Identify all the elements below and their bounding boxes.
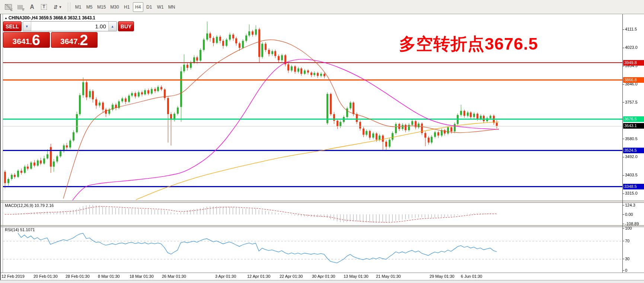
macd-indicator-label: MACD(12,26,9) 10.79 2.16	[5, 203, 54, 208]
macd-axis-label: 0.00	[625, 212, 633, 217]
collapse-icon[interactable]: ▲	[4, 16, 7, 20]
sell-button[interactable]: SELL	[3, 21, 22, 31]
plot-left-border	[3, 14, 3, 273]
sell-price-box[interactable]: 3641 . 6	[3, 32, 50, 48]
window-left-border	[0, 14, 1, 283]
chart-annotation-text: 多空转折点3676.5	[399, 33, 538, 55]
date-axis-label: 18 Mar 01:30	[130, 274, 154, 279]
ohlc-values: 3659.5 3668.6 3632.1 3643.1	[39, 15, 95, 21]
symbol-name: CHINA300-,H4	[9, 15, 38, 21]
price-tick-label: 3315.0	[625, 191, 638, 195]
volume-decrease-icon[interactable]: ▼	[23, 22, 31, 31]
level-price-label: 3949.8	[623, 60, 644, 66]
buy-price-main: 3647	[60, 37, 78, 46]
rsi-axis-label: 70	[625, 239, 629, 243]
buy-price-box[interactable]: 3647 . 2	[51, 32, 98, 48]
time-axis-border	[0, 273, 644, 273]
level-price-label: 3676.5	[623, 116, 644, 122]
date-axis-label: 21 May 01:30	[376, 274, 401, 279]
date-axis-label: 6 Jun 01:30	[461, 274, 482, 279]
date-axis-label: 13 May 01:30	[344, 274, 369, 279]
date-axis-label: 30 Apr 01:30	[312, 274, 335, 279]
volume-stepper: ▼ ▲	[23, 21, 117, 31]
price-tick-label: 3580.5	[625, 136, 638, 141]
panel-divider[interactable]	[0, 202, 644, 203]
price-tick-label: 4023.0	[625, 45, 638, 50]
date-axis-label: 20 Feb 01:30	[34, 274, 58, 279]
price-tick-label: 3403.5	[625, 173, 638, 177]
status-strip	[0, 280, 644, 283]
level-price-label: 3643.1	[623, 123, 644, 129]
level-price-label: 3866.8	[623, 77, 644, 83]
price-tick-label: 3492.0	[625, 154, 638, 159]
rsi-axis-label: 0	[625, 268, 627, 273]
level-price-label: 3348.5	[623, 184, 644, 189]
sell-price-main: 3641	[12, 37, 30, 46]
buy-price-pip: 2	[80, 34, 88, 46]
volume-input[interactable]	[31, 22, 108, 31]
buy-button[interactable]: BUY	[118, 21, 134, 31]
date-axis-label: 8 Mar 01:30	[98, 274, 120, 279]
date-axis-label: 29 May 01:30	[430, 274, 455, 279]
price-axis-line	[622, 14, 623, 273]
terminal-window: E F A T ⇵▼ M1M5M15M30H1H4D1W1MN ▲ CHINA3…	[0, 0, 644, 283]
date-axis-label: 3 Apr 01:30	[215, 274, 236, 279]
date-axis-label: 26 Mar 01:30	[162, 274, 186, 279]
panel-divider[interactable]	[0, 227, 644, 227]
price-tick-label: 4111.5	[625, 27, 637, 31]
date-axis-label: 28 Feb 01:30	[66, 274, 90, 279]
chart-title: ▲ CHINA300-,H4 3659.5 3668.6 3632.1 3643…	[4, 15, 95, 21]
macd-axis-label: 124.3	[625, 203, 635, 207]
level-price-label: 3524.5	[623, 148, 644, 153]
rsi-axis-label: 30	[625, 257, 629, 261]
date-axis-label: 12 Feb 2019	[1, 274, 25, 279]
volume-increase-icon[interactable]: ▲	[108, 22, 117, 31]
price-tick-label: 3757.5	[625, 100, 638, 104]
macd-axis-label: -108.89	[625, 221, 639, 226]
sell-price-pip: 6	[32, 34, 40, 46]
date-axis-label: 12 Apr 01:30	[247, 274, 270, 279]
rsi-axis-label: 100	[625, 226, 632, 230]
date-axis-label: 22 Apr 01:30	[280, 274, 303, 279]
one-click-trading-widget: SELL ▼ ▲ BUY 3641 . 6 3647 . 2	[3, 21, 98, 48]
rsi-indicator-label: RSI(14) 51.1071	[5, 227, 35, 232]
